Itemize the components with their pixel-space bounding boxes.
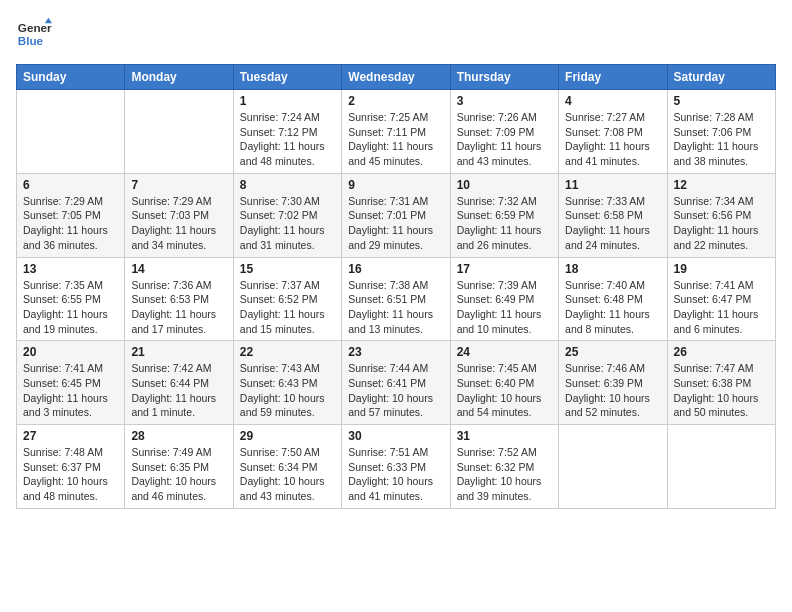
calendar-cell: 21Sunrise: 7:42 AMSunset: 6:44 PMDayligh… [125, 341, 233, 425]
col-header-monday: Monday [125, 65, 233, 90]
day-info: Sunrise: 7:39 AMSunset: 6:49 PMDaylight:… [457, 278, 552, 337]
day-info: Sunrise: 7:44 AMSunset: 6:41 PMDaylight:… [348, 361, 443, 420]
day-info: Sunrise: 7:26 AMSunset: 7:09 PMDaylight:… [457, 110, 552, 169]
day-number: 1 [240, 94, 335, 108]
calendar-cell: 10Sunrise: 7:32 AMSunset: 6:59 PMDayligh… [450, 173, 558, 257]
day-info: Sunrise: 7:33 AMSunset: 6:58 PMDaylight:… [565, 194, 660, 253]
col-header-friday: Friday [559, 65, 667, 90]
calendar-cell: 20Sunrise: 7:41 AMSunset: 6:45 PMDayligh… [17, 341, 125, 425]
week-row-5: 27Sunrise: 7:48 AMSunset: 6:37 PMDayligh… [17, 425, 776, 509]
calendar-cell: 11Sunrise: 7:33 AMSunset: 6:58 PMDayligh… [559, 173, 667, 257]
calendar-cell [667, 425, 775, 509]
day-info: Sunrise: 7:25 AMSunset: 7:11 PMDaylight:… [348, 110, 443, 169]
day-info: Sunrise: 7:41 AMSunset: 6:47 PMDaylight:… [674, 278, 769, 337]
calendar-cell [17, 90, 125, 174]
calendar-cell: 30Sunrise: 7:51 AMSunset: 6:33 PMDayligh… [342, 425, 450, 509]
page-header: General Blue [16, 16, 776, 52]
day-number: 19 [674, 262, 769, 276]
calendar-cell: 31Sunrise: 7:52 AMSunset: 6:32 PMDayligh… [450, 425, 558, 509]
day-number: 28 [131, 429, 226, 443]
day-number: 12 [674, 178, 769, 192]
day-info: Sunrise: 7:37 AMSunset: 6:52 PMDaylight:… [240, 278, 335, 337]
day-number: 11 [565, 178, 660, 192]
calendar-cell: 25Sunrise: 7:46 AMSunset: 6:39 PMDayligh… [559, 341, 667, 425]
col-header-sunday: Sunday [17, 65, 125, 90]
calendar-cell: 23Sunrise: 7:44 AMSunset: 6:41 PMDayligh… [342, 341, 450, 425]
day-info: Sunrise: 7:36 AMSunset: 6:53 PMDaylight:… [131, 278, 226, 337]
day-number: 17 [457, 262, 552, 276]
day-number: 5 [674, 94, 769, 108]
day-number: 4 [565, 94, 660, 108]
day-info: Sunrise: 7:43 AMSunset: 6:43 PMDaylight:… [240, 361, 335, 420]
day-info: Sunrise: 7:48 AMSunset: 6:37 PMDaylight:… [23, 445, 118, 504]
day-info: Sunrise: 7:50 AMSunset: 6:34 PMDaylight:… [240, 445, 335, 504]
day-number: 8 [240, 178, 335, 192]
day-info: Sunrise: 7:40 AMSunset: 6:48 PMDaylight:… [565, 278, 660, 337]
day-info: Sunrise: 7:35 AMSunset: 6:55 PMDaylight:… [23, 278, 118, 337]
day-info: Sunrise: 7:45 AMSunset: 6:40 PMDaylight:… [457, 361, 552, 420]
day-info: Sunrise: 7:38 AMSunset: 6:51 PMDaylight:… [348, 278, 443, 337]
calendar-cell: 27Sunrise: 7:48 AMSunset: 6:37 PMDayligh… [17, 425, 125, 509]
day-number: 9 [348, 178, 443, 192]
calendar-cell: 17Sunrise: 7:39 AMSunset: 6:49 PMDayligh… [450, 257, 558, 341]
day-number: 31 [457, 429, 552, 443]
day-number: 24 [457, 345, 552, 359]
calendar-cell: 9Sunrise: 7:31 AMSunset: 7:01 PMDaylight… [342, 173, 450, 257]
day-number: 18 [565, 262, 660, 276]
day-number: 25 [565, 345, 660, 359]
logo: General Blue [16, 16, 52, 52]
day-number: 10 [457, 178, 552, 192]
calendar-cell: 2Sunrise: 7:25 AMSunset: 7:11 PMDaylight… [342, 90, 450, 174]
day-info: Sunrise: 7:47 AMSunset: 6:38 PMDaylight:… [674, 361, 769, 420]
calendar-cell: 29Sunrise: 7:50 AMSunset: 6:34 PMDayligh… [233, 425, 341, 509]
day-number: 21 [131, 345, 226, 359]
day-number: 15 [240, 262, 335, 276]
col-header-saturday: Saturday [667, 65, 775, 90]
week-row-1: 1Sunrise: 7:24 AMSunset: 7:12 PMDaylight… [17, 90, 776, 174]
calendar-cell [125, 90, 233, 174]
day-info: Sunrise: 7:24 AMSunset: 7:12 PMDaylight:… [240, 110, 335, 169]
day-number: 29 [240, 429, 335, 443]
day-info: Sunrise: 7:28 AMSunset: 7:06 PMDaylight:… [674, 110, 769, 169]
day-number: 6 [23, 178, 118, 192]
calendar-cell: 6Sunrise: 7:29 AMSunset: 7:05 PMDaylight… [17, 173, 125, 257]
day-number: 13 [23, 262, 118, 276]
col-header-thursday: Thursday [450, 65, 558, 90]
day-number: 2 [348, 94, 443, 108]
day-number: 3 [457, 94, 552, 108]
week-row-4: 20Sunrise: 7:41 AMSunset: 6:45 PMDayligh… [17, 341, 776, 425]
calendar-cell: 1Sunrise: 7:24 AMSunset: 7:12 PMDaylight… [233, 90, 341, 174]
calendar-cell: 8Sunrise: 7:30 AMSunset: 7:02 PMDaylight… [233, 173, 341, 257]
calendar-table: SundayMondayTuesdayWednesdayThursdayFrid… [16, 64, 776, 509]
day-info: Sunrise: 7:42 AMSunset: 6:44 PMDaylight:… [131, 361, 226, 420]
col-header-tuesday: Tuesday [233, 65, 341, 90]
day-number: 23 [348, 345, 443, 359]
day-info: Sunrise: 7:32 AMSunset: 6:59 PMDaylight:… [457, 194, 552, 253]
week-row-2: 6Sunrise: 7:29 AMSunset: 7:05 PMDaylight… [17, 173, 776, 257]
calendar-cell: 22Sunrise: 7:43 AMSunset: 6:43 PMDayligh… [233, 341, 341, 425]
day-number: 30 [348, 429, 443, 443]
calendar-cell: 5Sunrise: 7:28 AMSunset: 7:06 PMDaylight… [667, 90, 775, 174]
day-number: 7 [131, 178, 226, 192]
svg-text:Blue: Blue [18, 34, 44, 47]
day-number: 22 [240, 345, 335, 359]
col-header-wednesday: Wednesday [342, 65, 450, 90]
day-info: Sunrise: 7:51 AMSunset: 6:33 PMDaylight:… [348, 445, 443, 504]
calendar-cell: 13Sunrise: 7:35 AMSunset: 6:55 PMDayligh… [17, 257, 125, 341]
calendar-cell: 28Sunrise: 7:49 AMSunset: 6:35 PMDayligh… [125, 425, 233, 509]
calendar-cell [559, 425, 667, 509]
calendar-cell: 3Sunrise: 7:26 AMSunset: 7:09 PMDaylight… [450, 90, 558, 174]
day-number: 16 [348, 262, 443, 276]
day-info: Sunrise: 7:29 AMSunset: 7:03 PMDaylight:… [131, 194, 226, 253]
day-number: 26 [674, 345, 769, 359]
day-info: Sunrise: 7:27 AMSunset: 7:08 PMDaylight:… [565, 110, 660, 169]
calendar-cell: 26Sunrise: 7:47 AMSunset: 6:38 PMDayligh… [667, 341, 775, 425]
day-info: Sunrise: 7:46 AMSunset: 6:39 PMDaylight:… [565, 361, 660, 420]
calendar-cell: 18Sunrise: 7:40 AMSunset: 6:48 PMDayligh… [559, 257, 667, 341]
calendar-cell: 24Sunrise: 7:45 AMSunset: 6:40 PMDayligh… [450, 341, 558, 425]
day-info: Sunrise: 7:30 AMSunset: 7:02 PMDaylight:… [240, 194, 335, 253]
day-info: Sunrise: 7:49 AMSunset: 6:35 PMDaylight:… [131, 445, 226, 504]
day-info: Sunrise: 7:31 AMSunset: 7:01 PMDaylight:… [348, 194, 443, 253]
day-number: 20 [23, 345, 118, 359]
calendar-cell: 16Sunrise: 7:38 AMSunset: 6:51 PMDayligh… [342, 257, 450, 341]
